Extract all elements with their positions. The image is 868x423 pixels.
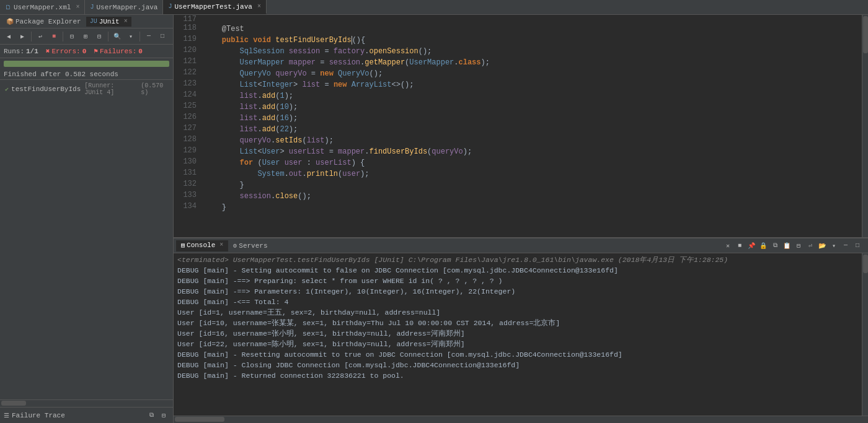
- failure-trace-icon: ☰: [4, 412, 9, 419]
- line-content: list.add(22);: [202, 124, 862, 135]
- prev-btn[interactable]: ◀: [2, 30, 15, 43]
- tab-test[interactable]: J UserMapperTest.java ×: [163, 0, 266, 14]
- tab-test-close[interactable]: ×: [257, 3, 261, 10]
- console-terminated-line: <terminated> UserMapperTest.testFindUser…: [177, 255, 858, 265]
- console-line: User [id=16, username=张小明, sex=1, birthd…: [177, 328, 858, 339]
- tab-xml-label: UserMapper.xml: [14, 4, 71, 11]
- line-content: SqlSession session = factory.openSession…: [202, 46, 862, 57]
- junit-tab[interactable]: JU JUnit ×: [86, 17, 131, 27]
- console-toolbar: ✕ ■ 📌 🔒 ⧉ 📋 ⊟ ⏎ 📂 ▾ ─ □: [720, 239, 866, 253]
- test-item[interactable]: ✔ testFindUserByIds [Runner: JUnit 4] (0…: [0, 81, 173, 97]
- line-content: UserMapper mapper = session.getMapper(Us…: [202, 57, 862, 68]
- stop-btn[interactable]: ■: [48, 30, 60, 43]
- trace-copy-btn[interactable]: ⧉: [146, 410, 157, 421]
- junit-close-btn[interactable]: ×: [124, 18, 128, 25]
- view-menu-btn[interactable]: ▾: [125, 30, 137, 43]
- line-content: list.add(10);: [202, 102, 862, 113]
- console-body[interactable]: <terminated> UserMapperTest.testFindUser…: [174, 253, 862, 416]
- line-number: 131: [174, 168, 202, 180]
- copy-console-btn[interactable]: ⧉: [769, 240, 781, 251]
- package-icon: 📦: [6, 18, 14, 25]
- tab-xml-close[interactable]: ×: [76, 4, 79, 11]
- code-line: 132 }: [174, 180, 862, 191]
- collapse-btn[interactable]: ⊟: [93, 30, 105, 43]
- test-pass-icon: ✔: [5, 85, 9, 93]
- line-content: public void testFindUserByIds(){: [202, 35, 862, 46]
- code-line: 128 queryVo.setIds(list);: [174, 135, 862, 146]
- console-line: DEBUG [main] - Returned connection 32283…: [177, 370, 858, 381]
- line-number: 134: [174, 202, 202, 213]
- console-tab-label: Console: [187, 242, 215, 249]
- line-content: [202, 15, 862, 24]
- minimize-btn[interactable]: ─: [143, 30, 155, 43]
- junit-icon: JU: [90, 18, 97, 25]
- console-line: User [id=10, username=张某某, sex=1, birthd…: [177, 318, 858, 328]
- code-vscrollbar[interactable]: [862, 15, 868, 237]
- code-line: 125 list.add(10);: [174, 102, 862, 113]
- trace-filter-btn[interactable]: ⊟: [158, 410, 169, 421]
- line-number: 117: [174, 15, 202, 24]
- code-line: 123 List<Integer> list = new ArrayList<>…: [174, 79, 862, 90]
- console-body-area: <terminated> UserMapperTest.testFindUser…: [174, 253, 868, 416]
- runs-stat: Runs: 1/1: [4, 48, 38, 55]
- code-table: 117118 @Test119 public void testFindUser…: [174, 15, 862, 213]
- rerun-btn[interactable]: ↩: [34, 30, 46, 43]
- expand-btn[interactable]: ⊞: [79, 30, 92, 43]
- toolbar-sep-4: [140, 32, 140, 41]
- package-explorer-tab[interactable]: 📦 Package Explorer: [2, 17, 85, 27]
- code-line: 133 session.close();: [174, 191, 862, 202]
- test-runner: [Runner: JUnit 4]: [84, 82, 136, 96]
- bottom-panel: ▤ Console × ⚙ Servers ✕ ■ 📌 🔒 ⧉ 📋 ⊟ ⏎: [174, 237, 868, 423]
- servers-tab[interactable]: ⚙ Servers: [228, 241, 272, 251]
- console-menu-btn[interactable]: ▾: [828, 240, 839, 251]
- pin-console-btn[interactable]: 📌: [746, 240, 757, 251]
- test-timing: (0.570 s): [141, 82, 168, 96]
- filter-btn[interactable]: ⊟: [66, 30, 78, 43]
- line-number: 122: [174, 68, 202, 79]
- maximize-btn[interactable]: □: [156, 30, 169, 43]
- code-editor[interactable]: 117118 @Test119 public void testFindUser…: [174, 15, 862, 237]
- code-line: 130 for (User user : userList) {: [174, 157, 862, 168]
- line-number: 120: [174, 46, 202, 57]
- search-btn[interactable]: 🔍: [111, 30, 123, 43]
- filter-console-btn[interactable]: ⊟: [793, 240, 804, 251]
- tab-java-label: UserMapper.java: [96, 4, 157, 11]
- tab-java[interactable]: J UserMapper.java: [85, 0, 163, 14]
- wrap-console-btn[interactable]: ⏎: [805, 240, 816, 251]
- minimize-console-btn[interactable]: ─: [840, 240, 851, 251]
- code-vscrollbar-thumb[interactable]: [863, 16, 868, 53]
- maximize-console-btn[interactable]: □: [852, 240, 863, 251]
- next-btn[interactable]: ▶: [16, 30, 29, 43]
- clear-console-btn[interactable]: ✕: [722, 240, 733, 251]
- code-line: 127 list.add(22);: [174, 124, 862, 135]
- line-number: 132: [174, 180, 202, 191]
- console-line: DEBUG [main] -==> Preparing: select * fr…: [177, 276, 858, 286]
- console-tab-close[interactable]: ×: [219, 242, 223, 248]
- line-content: }: [202, 180, 862, 191]
- test-item-name: testFindUserByIds: [11, 85, 81, 93]
- failure-trace: ☰ Failure Trace ⧉ ⊟: [0, 407, 173, 423]
- console-line: User [id=22, username=陈小明, sex=1, birthd…: [177, 339, 858, 349]
- open-file-btn[interactable]: 📂: [817, 240, 828, 251]
- console-line: DEBUG [main] -<== Total: 4: [177, 297, 858, 307]
- left-panel: 📦 Package Explorer JU JUnit × ◀ ▶ ↩ ■ ⊟ …: [0, 15, 174, 423]
- runs-value: 1/1: [26, 48, 38, 55]
- paste-console-btn[interactable]: 📋: [781, 240, 792, 251]
- console-vscrollbar[interactable]: [862, 253, 868, 416]
- line-content: System.out.println(user);: [202, 168, 862, 180]
- left-h-scroll[interactable]: [0, 399, 173, 407]
- progress-bar-fill: [4, 61, 169, 67]
- console-h-scroll[interactable]: [174, 416, 868, 423]
- scroll-lock-btn[interactable]: 🔒: [758, 240, 769, 251]
- console-tab[interactable]: ▤ Console ×: [176, 240, 228, 251]
- stop-console-btn[interactable]: ■: [734, 240, 745, 251]
- code-line: 126 list.add(16);: [174, 113, 862, 124]
- tab-xml[interactable]: 🗋 UserMapper.xml ×: [0, 0, 85, 14]
- console-line: DEBUG [main] -==> Parameters: 1(Integer)…: [177, 286, 858, 297]
- code-line: 119 public void testFindUserByIds(){: [174, 35, 862, 46]
- failure-trace-label: Failure Trace: [12, 412, 65, 419]
- code-line: 117: [174, 15, 862, 24]
- line-content: List<User> userList = mapper.findUserByI…: [202, 146, 862, 157]
- console-line: User [id=1, username=王五, sex=2, birthday…: [177, 307, 858, 318]
- failures-label: Failures:: [100, 48, 136, 55]
